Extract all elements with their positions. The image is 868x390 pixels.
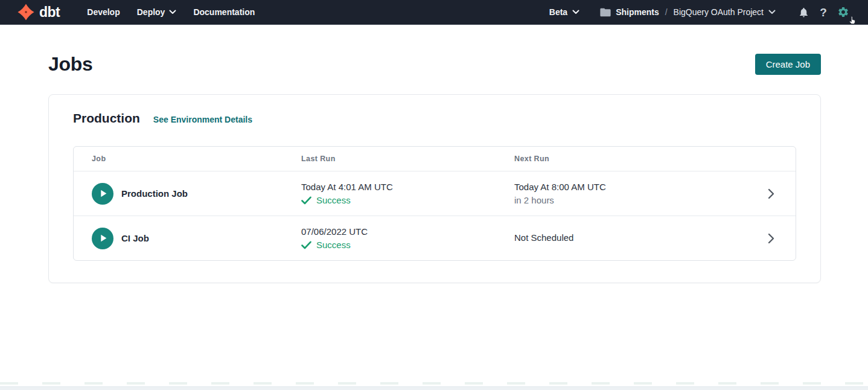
next-run-relative: in 2 hours	[514, 194, 759, 206]
chevron-right-icon[interactable]	[768, 233, 774, 244]
play-icon	[99, 234, 108, 243]
top-navbar: dbt Develop Deploy Documentation Beta Sh…	[0, 0, 868, 25]
column-header-last-run: Last Run	[301, 155, 514, 163]
status-badge: Success	[316, 194, 351, 206]
beta-label: Beta	[549, 7, 567, 17]
chevron-down-icon	[768, 10, 776, 14]
nav-item-develop[interactable]: Develop	[79, 0, 127, 25]
job-name: Production Job	[121, 188, 188, 199]
environment-card: Production See Environment Details Job L…	[48, 94, 821, 283]
play-button[interactable]	[92, 228, 113, 249]
help-icon: ?	[820, 7, 827, 18]
bell-icon	[798, 7, 809, 18]
next-run-time: Not Scheduled	[514, 232, 759, 243]
dbt-logo-text: dbt	[39, 5, 60, 19]
bottom-dashed-divider	[0, 382, 868, 385]
dbt-logo[interactable]: dbt	[17, 3, 60, 21]
last-run-time: 07/06/2022 UTC	[301, 226, 514, 237]
chevron-down-icon	[572, 10, 579, 14]
chevron-down-icon	[169, 10, 176, 14]
next-run-time: Today At 8:00 AM UTC	[514, 181, 759, 193]
project-name-label: BigQuery OAuth Project	[674, 7, 764, 17]
settings-button[interactable]	[834, 3, 852, 21]
table-row-ci-job[interactable]: CI Job 07/06/2022 UTC Success Not Schedu…	[74, 216, 796, 260]
dbt-logo-icon	[17, 3, 35, 21]
gear-icon	[837, 6, 849, 18]
environment-details-link[interactable]: See Environment Details	[153, 115, 252, 124]
last-run-cell: 07/06/2022 UTC Success	[301, 226, 514, 251]
play-icon	[99, 189, 108, 198]
play-button[interactable]	[92, 183, 113, 205]
project-group-label: Shipments	[616, 7, 659, 17]
notifications-button[interactable]	[794, 3, 812, 21]
table-row-production-job[interactable]: Production Job Today At 4:01 AM UTC Succ…	[74, 171, 796, 216]
jobs-table-header: Job Last Run Next Run	[74, 147, 796, 171]
help-button[interactable]: ?	[814, 3, 832, 21]
last-run-cell: Today At 4:01 AM UTC Success	[301, 181, 514, 206]
status-badge: Success	[316, 239, 351, 251]
folder-icon	[600, 8, 611, 17]
next-run-cell: Not Scheduled	[514, 232, 759, 245]
nav-item-documentation[interactable]: Documentation	[185, 0, 263, 25]
create-job-button[interactable]: Create Job	[755, 54, 821, 75]
column-header-job: Job	[74, 155, 301, 163]
chevron-right-icon[interactable]	[768, 188, 774, 199]
project-breadcrumb[interactable]: Shipments / BigQuery OAuth Project	[600, 7, 776, 17]
last-run-time: Today At 4:01 AM UTC	[301, 181, 514, 193]
column-header-next-run: Next Run	[514, 155, 759, 163]
beta-selector[interactable]: Beta	[549, 7, 579, 17]
check-icon	[301, 241, 311, 249]
nav-item-deploy[interactable]: Deploy	[129, 0, 185, 25]
nav-deploy-label: Deploy	[137, 7, 165, 17]
environment-name: Production	[73, 111, 140, 126]
job-name: CI Job	[121, 233, 149, 243]
jobs-page: Jobs Create Job Production See Environme…	[0, 53, 868, 283]
breadcrumb-separator: /	[664, 7, 669, 17]
bottom-edge-strip	[0, 386, 868, 390]
nav-develop-label: Develop	[87, 7, 120, 17]
cursor-icon	[848, 16, 857, 25]
nav-documentation-label: Documentation	[193, 7, 255, 17]
page-title: Jobs	[48, 53, 93, 75]
jobs-table: Job Last Run Next Run Production Job Tod…	[73, 146, 796, 261]
check-icon	[301, 196, 311, 205]
next-run-cell: Today At 8:00 AM UTC in 2 hours	[514, 181, 759, 206]
